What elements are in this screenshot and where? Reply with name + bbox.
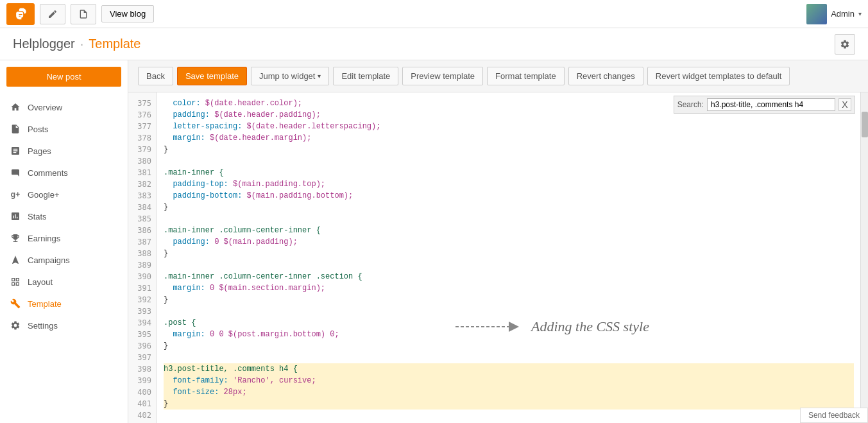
line-number: 400 xyxy=(128,386,157,398)
code-line: padding-top: $(main.padding.top); xyxy=(164,178,854,190)
new-post-button[interactable]: New post xyxy=(6,67,121,87)
code-line xyxy=(164,259,854,271)
line-number: 387 xyxy=(128,236,157,248)
line-number: 392 xyxy=(128,294,157,306)
overview-icon xyxy=(10,101,21,113)
code-line xyxy=(164,410,854,421)
line-number: 383 xyxy=(128,190,157,202)
edit-template-button[interactable]: Edit template xyxy=(333,67,398,85)
code-editor[interactable]: color: $(date.header.color); padding: $(… xyxy=(157,92,860,423)
code-line: font-family: 'Rancho', cursive; xyxy=(164,375,854,386)
code-line: .post { xyxy=(164,317,854,329)
code-line: } xyxy=(164,144,854,155)
line-number: 379 xyxy=(128,144,157,155)
send-feedback-button[interactable]: Send feedback xyxy=(800,408,868,423)
sidebar-item-earnings[interactable]: Earnings xyxy=(0,227,128,249)
sidebar-item-settings[interactable]: Settings xyxy=(0,315,128,336)
sidebar-label-stats: Stats xyxy=(28,212,47,221)
revert-changes-button[interactable]: Revert changes xyxy=(568,67,643,85)
admin-menu[interactable]: Admin ▾ xyxy=(806,4,862,24)
code-line xyxy=(164,352,854,363)
format-template-button[interactable]: Format template xyxy=(487,67,565,85)
code-line: margin: 0 0 $(post.margin.bottom) 0; xyxy=(164,329,854,340)
code-line: } xyxy=(164,398,854,410)
code-line: .main-inner { xyxy=(164,167,854,178)
code-line xyxy=(164,213,854,225)
code-line: padding: 0 $(main.padding); xyxy=(164,236,854,248)
main-layout: New post Overview Posts Pages Comments xyxy=(0,60,868,423)
template-icon xyxy=(10,298,21,309)
view-blog-button[interactable]: View blog xyxy=(101,5,154,22)
googleplus-icon: g+ xyxy=(10,189,21,200)
sidebar-label-comments: Comments xyxy=(28,168,68,178)
stats-icon xyxy=(10,211,21,222)
chevron-down-icon: ▾ xyxy=(858,10,862,17)
search-close-button[interactable]: X xyxy=(838,98,851,111)
content-area: Back Save template Jump to widget ▾ Edit… xyxy=(128,60,868,423)
pencil-icon-btn[interactable] xyxy=(40,4,65,24)
sidebar: New post Overview Posts Pages Comments xyxy=(0,60,128,423)
breadcrumb-page[interactable]: Template xyxy=(89,37,140,51)
sidebar-label-googleplus: Google+ xyxy=(28,190,60,200)
blogger-logo[interactable] xyxy=(6,3,35,25)
pages-icon xyxy=(10,145,21,157)
line-number: 381 xyxy=(128,167,157,178)
line-numbers: 3753763773783793803813823833843853863873… xyxy=(128,92,157,423)
line-number: 391 xyxy=(128,282,157,294)
line-number: 386 xyxy=(128,225,157,236)
layout-icon xyxy=(10,276,21,288)
editor-area: Search: X 375376377378379380381382383384… xyxy=(128,92,868,423)
breadcrumb-separator: · xyxy=(80,37,84,51)
save-template-button[interactable]: Save template xyxy=(177,67,247,85)
search-input[interactable] xyxy=(707,98,835,111)
sidebar-item-layout[interactable]: Layout xyxy=(0,271,128,293)
line-number: 375 xyxy=(128,98,157,109)
sidebar-item-campaigns[interactable]: Campaigns xyxy=(0,249,128,271)
toolbar: Back Save template Jump to widget ▾ Edit… xyxy=(128,60,868,92)
code-line: } xyxy=(164,294,854,306)
editor-container: 3753763773783793803813823833843853863873… xyxy=(128,92,868,423)
code-line: h3.post-title, .comments h4 { xyxy=(164,363,854,375)
avatar xyxy=(806,4,827,24)
code-line: .main-inner .column-center-inner { xyxy=(164,225,854,236)
code-line: padding-bottom: $(main.padding.bottom); xyxy=(164,190,854,202)
sidebar-item-pages[interactable]: Pages xyxy=(0,140,128,162)
sidebar-item-template[interactable]: Template xyxy=(0,293,128,315)
code-line: font-size: 28px; xyxy=(164,386,854,398)
vertical-scrollbar[interactable] xyxy=(860,92,868,423)
line-number: 396 xyxy=(128,340,157,352)
line-number: 377 xyxy=(128,121,157,132)
revert-widget-button[interactable]: Revert widget templates to default xyxy=(647,67,790,85)
code-line: } xyxy=(164,248,854,259)
sidebar-label-settings: Settings xyxy=(28,321,58,331)
line-number: 380 xyxy=(128,155,157,167)
document-icon-btn[interactable] xyxy=(71,4,96,24)
jump-to-widget-button[interactable]: Jump to widget ▾ xyxy=(251,67,329,85)
breadcrumb-blog: Helplogger xyxy=(13,37,75,51)
code-line: margin: 0 $(main.section.margin); xyxy=(164,282,854,294)
earnings-icon xyxy=(10,232,21,244)
line-number: 390 xyxy=(128,271,157,282)
line-number: 389 xyxy=(128,259,157,271)
sidebar-item-googleplus[interactable]: g+ Google+ xyxy=(0,184,128,205)
posts-icon xyxy=(10,123,21,135)
back-button[interactable]: Back xyxy=(138,67,173,85)
dropdown-arrow-icon: ▾ xyxy=(318,73,321,80)
line-number: 401 xyxy=(128,398,157,410)
line-number: 378 xyxy=(128,132,157,144)
sidebar-item-comments[interactable]: Comments xyxy=(0,162,128,184)
sidebar-item-posts[interactable]: Posts xyxy=(0,118,128,140)
preview-template-button[interactable]: Preview template xyxy=(402,67,483,85)
sidebar-item-stats[interactable]: Stats xyxy=(0,205,128,227)
line-number: 394 xyxy=(128,317,157,329)
sidebar-label-template: Template xyxy=(28,299,62,309)
scrollbar-thumb[interactable] xyxy=(862,112,868,137)
breadcrumb-bar: Helplogger · Template xyxy=(0,28,868,60)
sidebar-label-campaigns: Campaigns xyxy=(28,255,70,265)
code-line: } xyxy=(164,202,854,213)
sidebar-item-overview[interactable]: Overview xyxy=(0,96,128,118)
code-line: .main-inner .column-center-inner .sectio… xyxy=(164,271,854,282)
settings-gear-button[interactable] xyxy=(835,34,855,55)
campaigns-icon xyxy=(10,254,21,266)
admin-name-label: Admin xyxy=(831,9,855,19)
